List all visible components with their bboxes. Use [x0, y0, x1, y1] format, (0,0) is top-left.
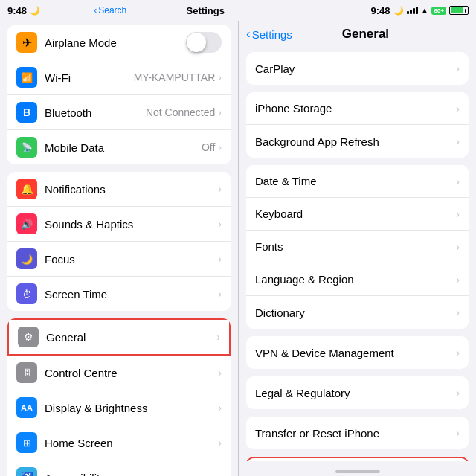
airplane-toggle[interactable] [186, 32, 222, 53]
vpndevice-label: VPN & Device Management [255, 347, 456, 359]
mobiledata-value: Off [202, 141, 215, 153]
battery-tip [465, 9, 466, 13]
left-search-label: Search [98, 5, 126, 16]
bluetooth-icon: B [16, 102, 37, 123]
item-keyboard[interactable]: Keyboard › [246, 198, 469, 231]
moon-left: 🌙 [30, 6, 40, 16]
datetime-chevron: › [456, 176, 460, 187]
focus-label: Focus [45, 253, 218, 266]
iphonestorage-chevron: › [456, 103, 460, 115]
transferreset-chevron: › [456, 427, 460, 439]
toggle-knob [187, 33, 206, 52]
carplay-label: CarPlay [255, 62, 456, 75]
item-display[interactable]: AA Display & Brightness › [7, 390, 231, 425]
item-carplay[interactable]: CarPlay › [246, 52, 469, 85]
status-bar: 9:48 🌙 ‹ Search Settings 9:48 🌙 ▲ 60+ [0, 0, 476, 21]
group-transfer: Transfer or Reset iPhone › [246, 416, 469, 449]
screentime-chevron: › [218, 288, 222, 300]
item-accessibility[interactable]: ♿ Accessibility › [7, 460, 231, 476]
datetime-label: Date & Time [255, 175, 456, 187]
battery-icon [449, 6, 469, 15]
screentime-label: Screen Time [45, 288, 218, 300]
right-panel-title: General [292, 27, 439, 42]
notifications-chevron: › [218, 183, 222, 195]
group-system: ⚙ General › 🎛 Control Centre › AA Displa… [7, 318, 231, 476]
left-back-search[interactable]: ‹ Search [94, 5, 126, 16]
bluetooth-chevron: › [218, 106, 222, 118]
main-content: ✈ Airplane Mode 📶 Wi-Fi MY-KAMPUTTAR › B [0, 21, 476, 476]
general-chevron: › [216, 331, 220, 343]
right-header: ‹ Settings General [239, 21, 476, 49]
accessibility-icon: ♿ [16, 467, 37, 476]
group-vpn: VPN & Device Management › [246, 336, 469, 369]
right-panel: ‹ Settings General CarPlay › iPhone Stor… [238, 21, 476, 476]
signal-bars [407, 7, 418, 14]
bar3 [413, 8, 415, 14]
item-fonts[interactable]: Fonts › [246, 231, 469, 263]
fonts-label: Fonts [255, 240, 456, 253]
back-button[interactable]: ‹ Settings [246, 27, 292, 42]
backgroundapprefresh-chevron: › [456, 135, 460, 147]
status-left: 9:48 🌙 [0, 5, 48, 16]
item-datetime[interactable]: Date & Time › [246, 165, 469, 198]
backgroundapprefresh-label: Background App Refresh [255, 135, 456, 148]
item-controlcentre[interactable]: 🎛 Control Centre › [7, 356, 231, 390]
item-backgroundapprefresh[interactable]: Background App Refresh › [246, 125, 469, 158]
keyboard-label: Keyboard [255, 208, 456, 220]
legalregulatory-label: Legal & Regulatory [255, 387, 456, 399]
languageregion-chevron: › [456, 274, 460, 286]
back-chevron-icon: ‹ [246, 27, 251, 42]
item-focus[interactable]: 🌙 Focus › [7, 242, 231, 277]
battery-fill [451, 7, 463, 13]
homescreen-label: Home Screen [45, 437, 218, 449]
item-languageregion[interactable]: Language & Region › [246, 263, 469, 296]
home-bar-right [335, 470, 380, 473]
right-scroll[interactable]: CarPlay › iPhone Storage › Background Ap… [239, 49, 476, 461]
group-storage: iPhone Storage › Background App Refresh … [246, 92, 469, 158]
item-transferreset[interactable]: Transfer or Reset iPhone › [246, 416, 469, 449]
item-notifications[interactable]: 🔔 Notifications › [7, 172, 231, 207]
item-homescreen[interactable]: ⊞ Home Screen › [7, 425, 231, 460]
focus-chevron: › [218, 253, 222, 265]
controlcentre-icon: 🎛 [16, 362, 37, 383]
bar4 [416, 7, 418, 14]
home-indicator-right [239, 461, 476, 476]
group-connectivity: ✈ Airplane Mode 📶 Wi-Fi MY-KAMPUTTAR › B [7, 25, 231, 164]
time-right: 9:48 [371, 5, 390, 16]
item-dictionary[interactable]: Dictionary › [246, 296, 469, 329]
item-mobiledata[interactable]: 📡 Mobile Data Off › [7, 130, 231, 164]
item-bluetooth[interactable]: B Bluetooth Not Connected › [7, 95, 231, 130]
item-vpndevice[interactable]: VPN & Device Management › [246, 336, 469, 369]
languageregion-label: Language & Region [255, 273, 456, 286]
left-panel-title-status: Settings [187, 5, 225, 16]
controlcentre-label: Control Centre [45, 367, 218, 379]
item-wifi[interactable]: 📶 Wi-Fi MY-KAMPUTTAR › [7, 60, 231, 95]
notifications-label: Notifications [45, 183, 218, 196]
accessibility-chevron: › [218, 472, 222, 476]
group-legal: Legal & Regulatory › [246, 376, 469, 409]
wifi-settings-icon: 📶 [16, 67, 37, 88]
item-sounds[interactable]: 🔊 Sounds & Haptics › [7, 207, 231, 242]
sounds-chevron: › [218, 218, 222, 230]
moon-right: 🌙 [393, 6, 404, 16]
item-iphonestorage[interactable]: iPhone Storage › [246, 92, 469, 125]
display-chevron: › [218, 402, 222, 414]
bar2 [410, 10, 412, 14]
left-scroll[interactable]: ✈ Airplane Mode 📶 Wi-Fi MY-KAMPUTTAR › B [0, 21, 238, 476]
controlcentre-chevron: › [218, 367, 222, 379]
dictionary-chevron: › [456, 306, 460, 318]
mobiledata-icon: 📡 [16, 137, 37, 158]
item-general[interactable]: ⚙ General › [7, 318, 231, 356]
back-label[interactable]: Settings [252, 28, 292, 41]
sounds-label: Sounds & Haptics [45, 218, 218, 231]
back-chevron-left: ‹ [94, 5, 97, 16]
keyboard-chevron: › [456, 208, 460, 220]
item-screentime[interactable]: ⏱ Screen Time › [7, 277, 231, 311]
wifi-value: MY-KAMPUTTAR [134, 71, 216, 83]
time-left: 9:48 [7, 5, 27, 16]
item-airplane[interactable]: ✈ Airplane Mode [7, 25, 231, 60]
wifi-icon: ▲ [421, 6, 429, 15]
wifi-label: Wi-Fi [45, 71, 134, 84]
item-legalregulatory[interactable]: Legal & Regulatory › [246, 376, 469, 409]
focus-icon: 🌙 [16, 248, 37, 269]
